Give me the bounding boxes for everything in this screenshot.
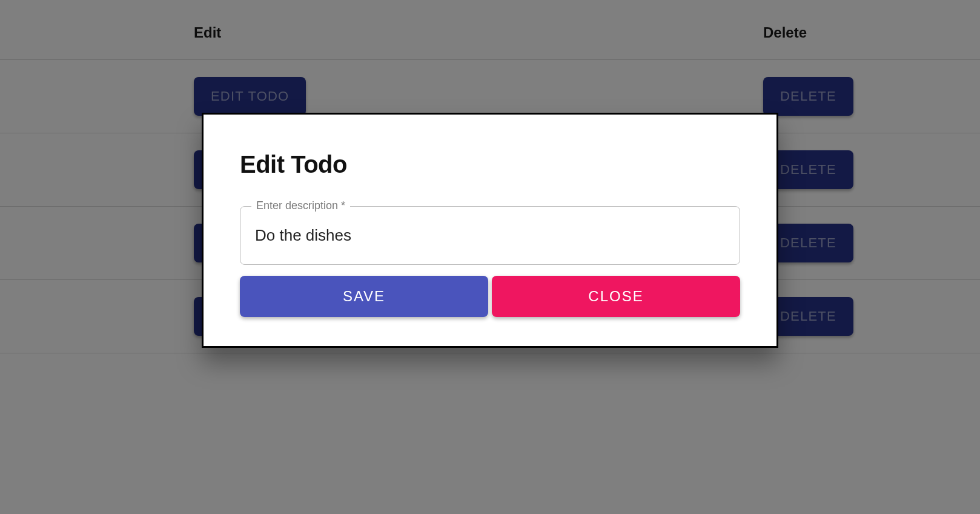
- edit-todo-dialog: Edit Todo Enter description * SAVE CLOSE: [202, 113, 778, 348]
- close-button[interactable]: CLOSE: [492, 276, 740, 317]
- description-input[interactable]: [240, 207, 740, 264]
- dialog-actions: SAVE CLOSE: [240, 276, 740, 317]
- modal-overlay[interactable]: Edit Todo Enter description * SAVE CLOSE: [0, 0, 980, 514]
- dialog-title: Edit Todo: [240, 151, 740, 178]
- save-button[interactable]: SAVE: [240, 276, 488, 317]
- description-label: Enter description *: [251, 199, 350, 212]
- description-field: Enter description *: [240, 206, 740, 265]
